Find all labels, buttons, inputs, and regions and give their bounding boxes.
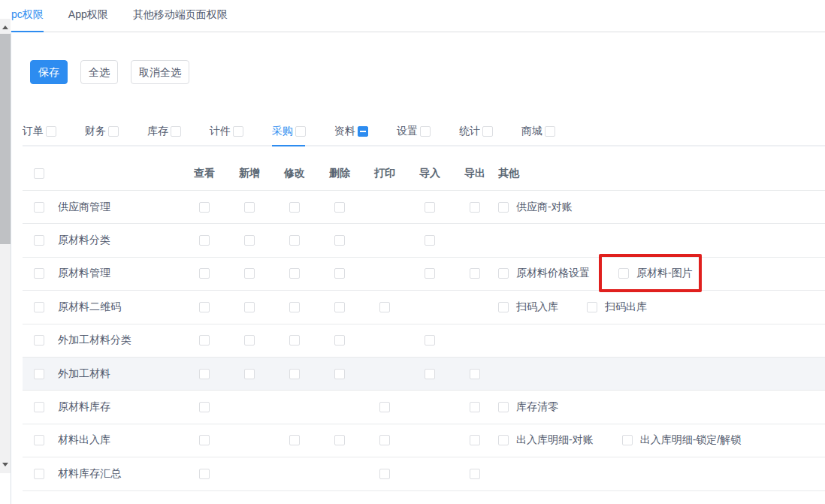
perm-checkbox-导出[interactable]	[470, 469, 480, 479]
perm-checkbox-查看[interactable]	[199, 268, 210, 279]
row-checkbox-raw-material-management[interactable]	[34, 268, 44, 279]
perm-checkbox-新增[interactable]	[244, 268, 255, 279]
perm-checkbox-新增[interactable]	[244, 235, 255, 246]
perm-checkbox-查看[interactable]	[199, 335, 210, 346]
permission-cells	[182, 469, 497, 479]
perm-checkbox-查看[interactable]	[199, 302, 210, 312]
row-checkbox-supplier-management[interactable]	[34, 202, 44, 213]
other-permission[interactable]: 扫码出库	[587, 300, 647, 314]
other-permission[interactable]: 原材料-图片	[618, 267, 693, 280]
perm-checkbox-查看[interactable]	[199, 235, 210, 246]
category-tab-mall[interactable]: 商城	[521, 118, 555, 145]
perm-checkbox-导出[interactable]	[470, 202, 480, 213]
other-checkbox[interactable]	[498, 202, 509, 213]
perm-checkbox-查看[interactable]	[199, 402, 210, 412]
other-checkbox[interactable]	[498, 302, 509, 312]
other-permission[interactable]: 库存清零	[498, 400, 558, 414]
perm-checkbox-删除[interactable]	[334, 235, 345, 246]
perm-checkbox-新增[interactable]	[244, 369, 255, 379]
other-permission[interactable]: 扫码入库	[498, 300, 558, 314]
other-checkbox[interactable]	[587, 302, 597, 312]
perm-checkbox-导入[interactable]	[425, 335, 435, 346]
category-checkbox-data[interactable]	[358, 126, 368, 137]
category-checkbox-inventory[interactable]	[171, 126, 181, 137]
category-checkbox-mall[interactable]	[545, 126, 555, 137]
perm-checkbox-打印[interactable]	[379, 435, 390, 445]
category-tab-orders[interactable]: 订单	[23, 118, 56, 145]
perm-checkbox-导入[interactable]	[425, 268, 435, 279]
perm-checkbox-导入[interactable]	[425, 235, 435, 246]
select-all-button[interactable]: 全选	[80, 60, 118, 84]
scroll-up-arrow-icon[interactable]	[2, 26, 8, 29]
tab-other-mobile-page-permissions[interactable]: 其他移动端页面权限	[133, 0, 228, 32]
category-checkbox-finance[interactable]	[108, 126, 119, 137]
row-checkbox-outsourced-material[interactable]	[34, 369, 44, 379]
perm-checkbox-删除[interactable]	[334, 268, 345, 279]
perm-checkbox-修改[interactable]	[289, 435, 300, 445]
perm-checkbox-导出[interactable]	[470, 435, 480, 445]
select-all-checkbox[interactable]	[34, 168, 44, 179]
other-checkbox[interactable]	[618, 268, 629, 279]
category-checkbox-orders[interactable]	[46, 126, 56, 137]
perm-checkbox-查看[interactable]	[199, 202, 210, 213]
category-checkbox-statistics[interactable]	[482, 126, 493, 137]
row-checkbox-outsourced-material-category[interactable]	[34, 335, 44, 346]
perm-checkbox-导出[interactable]	[470, 268, 480, 279]
scroll-down-arrow-icon[interactable]	[2, 463, 8, 466]
row-checkbox-material-in-out[interactable]	[34, 435, 44, 445]
perm-checkbox-删除[interactable]	[334, 369, 345, 379]
other-checkbox[interactable]	[498, 402, 509, 412]
perm-checkbox-新增[interactable]	[244, 302, 255, 312]
other-checkbox[interactable]	[622, 435, 633, 445]
row-checkbox-raw-material-qrcode[interactable]	[34, 302, 44, 312]
perm-checkbox-删除[interactable]	[334, 435, 345, 445]
perm-checkbox-修改[interactable]	[289, 369, 300, 379]
category-tab-inventory[interactable]: 库存	[147, 118, 181, 145]
tab-app-permissions[interactable]: App权限	[68, 0, 108, 32]
perm-checkbox-导入[interactable]	[425, 369, 435, 379]
perm-checkbox-打印[interactable]	[379, 402, 390, 412]
perm-checkbox-导出[interactable]	[470, 402, 480, 412]
other-permission[interactable]: 出入库明细-对账	[498, 433, 594, 447]
perm-checkbox-修改[interactable]	[289, 335, 300, 346]
tab-pc-permissions[interactable]: pc权限	[11, 0, 44, 32]
perm-checkbox-修改[interactable]	[289, 202, 300, 213]
perm-checkbox-查看[interactable]	[199, 369, 210, 379]
perm-checkbox-修改[interactable]	[289, 268, 300, 279]
perm-checkbox-新增[interactable]	[244, 202, 255, 213]
perm-checkbox-修改[interactable]	[289, 235, 300, 246]
other-permission[interactable]: 出入库明细-锁定/解锁	[622, 433, 742, 447]
category-tab-data[interactable]: 资料	[334, 118, 368, 145]
other-checkbox[interactable]	[498, 435, 509, 445]
category-checkbox-procurement[interactable]	[295, 126, 306, 137]
other-checkbox[interactable]	[498, 268, 509, 279]
perm-checkbox-打印[interactable]	[379, 302, 390, 312]
perm-checkbox-新增[interactable]	[244, 335, 255, 346]
perm-checkbox-查看[interactable]	[199, 469, 210, 479]
perm-checkbox-删除[interactable]	[334, 302, 345, 312]
other-permission[interactable]: 原材料价格设置	[498, 267, 590, 280]
perm-checkbox-删除[interactable]	[334, 202, 345, 213]
perm-checkbox-修改[interactable]	[289, 302, 300, 312]
category-tab-settings[interactable]: 设置	[397, 118, 431, 145]
perm-checkbox-导出[interactable]	[470, 369, 480, 379]
category-tab-statistics[interactable]: 统计	[459, 118, 493, 145]
scrollbar-thumb[interactable]	[0, 34, 11, 244]
category-checkbox-settings[interactable]	[420, 126, 431, 137]
column-header-新增: 新增	[227, 167, 272, 180]
row-checkbox-raw-material-stock[interactable]	[34, 402, 44, 412]
category-tab-finance[interactable]: 财务	[85, 118, 119, 145]
category-tab-piecework[interactable]: 计件	[210, 118, 243, 145]
other-permission[interactable]: 供应商-对账	[498, 201, 573, 214]
row-checkbox-raw-material-category[interactable]	[34, 235, 44, 246]
row-checkbox-material-stock-summary[interactable]	[34, 469, 44, 479]
perm-checkbox-查看[interactable]	[199, 435, 210, 445]
category-checkbox-piecework[interactable]	[233, 126, 243, 137]
perm-checkbox-打印[interactable]	[379, 469, 390, 479]
deselect-all-button[interactable]: 取消全选	[131, 60, 189, 84]
perm-checkbox-导入[interactable]	[425, 202, 435, 213]
category-tab-procurement[interactable]: 采购	[272, 118, 306, 145]
save-button[interactable]: 保存	[30, 60, 68, 84]
vertical-scrollbar[interactable]	[0, 19, 11, 473]
perm-checkbox-删除[interactable]	[334, 335, 345, 346]
